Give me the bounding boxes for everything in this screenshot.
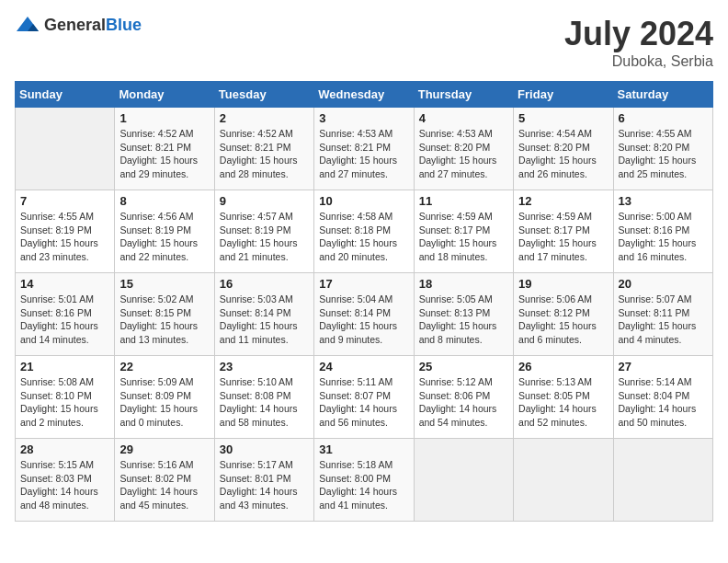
day-number: 12 bbox=[518, 194, 608, 208]
week-row-5: 28Sunrise: 5:15 AM Sunset: 8:03 PM Dayli… bbox=[16, 439, 713, 522]
day-number: 22 bbox=[119, 360, 209, 373]
day-number: 14 bbox=[20, 277, 109, 291]
day-info: Sunrise: 5:09 AM Sunset: 8:09 PM Dayligh… bbox=[119, 375, 209, 430]
calendar-cell: 11Sunrise: 4:59 AM Sunset: 8:17 PM Dayli… bbox=[414, 190, 513, 273]
calendar-cell: 2Sunrise: 4:52 AM Sunset: 8:21 PM Daylig… bbox=[214, 108, 313, 190]
day-info: Sunrise: 4:57 AM Sunset: 8:19 PM Dayligh… bbox=[220, 210, 309, 264]
calendar-cell: 16Sunrise: 5:03 AM Sunset: 8:14 PM Dayli… bbox=[214, 273, 313, 356]
calendar-cell: 23Sunrise: 5:10 AM Sunset: 8:08 PM Dayli… bbox=[214, 356, 313, 439]
calendar-cell: 22Sunrise: 5:09 AM Sunset: 8:09 PM Dayli… bbox=[115, 356, 214, 439]
calendar-cell: 9Sunrise: 4:57 AM Sunset: 8:19 PM Daylig… bbox=[214, 190, 313, 273]
day-number: 26 bbox=[518, 360, 608, 373]
day-info: Sunrise: 4:58 AM Sunset: 8:18 PM Dayligh… bbox=[319, 210, 408, 264]
day-number: 19 bbox=[518, 277, 608, 291]
day-info: Sunrise: 4:55 AM Sunset: 8:20 PM Dayligh… bbox=[619, 127, 708, 181]
day-info: Sunrise: 4:59 AM Sunset: 8:17 PM Dayligh… bbox=[518, 210, 608, 264]
week-row-1: 1Sunrise: 4:52 AM Sunset: 8:21 PM Daylig… bbox=[16, 108, 713, 190]
day-info: Sunrise: 5:02 AM Sunset: 8:15 PM Dayligh… bbox=[119, 293, 209, 347]
page-header: GeneralBlue July 2024 Duboka, Serbia bbox=[15, 15, 713, 70]
day-number: 11 bbox=[419, 194, 508, 208]
weekday-sunday: Sunday bbox=[16, 82, 115, 108]
calendar-cell: 13Sunrise: 5:00 AM Sunset: 8:16 PM Dayli… bbox=[613, 190, 712, 273]
day-number: 17 bbox=[319, 277, 408, 291]
calendar-cell: 14Sunrise: 5:01 AM Sunset: 8:16 PM Dayli… bbox=[16, 273, 115, 356]
day-info: Sunrise: 4:53 AM Sunset: 8:20 PM Dayligh… bbox=[419, 127, 508, 181]
calendar-cell: 10Sunrise: 4:58 AM Sunset: 8:18 PM Dayli… bbox=[314, 190, 414, 273]
day-info: Sunrise: 5:16 AM Sunset: 8:02 PM Dayligh… bbox=[119, 458, 209, 512]
day-info: Sunrise: 4:52 AM Sunset: 8:21 PM Dayligh… bbox=[119, 127, 209, 181]
day-number: 18 bbox=[419, 277, 508, 291]
weekday-tuesday: Tuesday bbox=[214, 82, 313, 108]
day-number: 20 bbox=[619, 277, 708, 291]
day-info: Sunrise: 4:55 AM Sunset: 8:19 PM Dayligh… bbox=[20, 210, 109, 264]
calendar-cell: 30Sunrise: 5:17 AM Sunset: 8:01 PM Dayli… bbox=[214, 439, 313, 522]
logo: GeneralBlue bbox=[15, 15, 142, 35]
calendar-cell bbox=[514, 439, 613, 522]
day-number: 31 bbox=[319, 442, 408, 456]
calendar-cell: 31Sunrise: 5:18 AM Sunset: 8:00 PM Dayli… bbox=[314, 439, 414, 522]
month-year: July 2024 bbox=[564, 15, 713, 53]
day-info: Sunrise: 5:05 AM Sunset: 8:13 PM Dayligh… bbox=[419, 293, 508, 347]
day-number: 13 bbox=[619, 194, 708, 208]
day-info: Sunrise: 5:12 AM Sunset: 8:06 PM Dayligh… bbox=[419, 375, 508, 430]
day-info: Sunrise: 5:01 AM Sunset: 8:16 PM Dayligh… bbox=[20, 293, 109, 347]
calendar-cell: 19Sunrise: 5:06 AM Sunset: 8:12 PM Dayli… bbox=[514, 273, 613, 356]
day-number: 29 bbox=[119, 442, 209, 456]
calendar-cell: 25Sunrise: 5:12 AM Sunset: 8:06 PM Dayli… bbox=[414, 356, 513, 439]
weekday-saturday: Saturday bbox=[613, 82, 712, 108]
day-info: Sunrise: 4:56 AM Sunset: 8:19 PM Dayligh… bbox=[119, 210, 209, 264]
day-number: 8 bbox=[119, 194, 209, 208]
week-row-2: 7Sunrise: 4:55 AM Sunset: 8:19 PM Daylig… bbox=[16, 190, 713, 273]
calendar-cell: 29Sunrise: 5:16 AM Sunset: 8:02 PM Dayli… bbox=[115, 439, 214, 522]
day-number: 3 bbox=[319, 111, 408, 125]
day-info: Sunrise: 5:08 AM Sunset: 8:10 PM Dayligh… bbox=[20, 375, 109, 430]
day-number: 15 bbox=[119, 277, 209, 291]
day-info: Sunrise: 5:04 AM Sunset: 8:14 PM Dayligh… bbox=[319, 293, 408, 347]
calendar-cell: 8Sunrise: 4:56 AM Sunset: 8:19 PM Daylig… bbox=[115, 190, 214, 273]
day-info: Sunrise: 5:13 AM Sunset: 8:05 PM Dayligh… bbox=[518, 375, 608, 430]
day-info: Sunrise: 5:10 AM Sunset: 8:08 PM Dayligh… bbox=[220, 375, 309, 430]
day-info: Sunrise: 5:11 AM Sunset: 8:07 PM Dayligh… bbox=[319, 375, 408, 430]
day-info: Sunrise: 5:03 AM Sunset: 8:14 PM Dayligh… bbox=[220, 293, 309, 347]
day-info: Sunrise: 4:52 AM Sunset: 8:21 PM Dayligh… bbox=[220, 127, 309, 181]
calendar-cell: 17Sunrise: 5:04 AM Sunset: 8:14 PM Dayli… bbox=[314, 273, 414, 356]
logo-blue: Blue bbox=[106, 16, 142, 34]
calendar-cell: 18Sunrise: 5:05 AM Sunset: 8:13 PM Dayli… bbox=[414, 273, 513, 356]
day-number: 25 bbox=[419, 360, 508, 373]
day-info: Sunrise: 5:00 AM Sunset: 8:16 PM Dayligh… bbox=[619, 210, 708, 264]
day-number: 2 bbox=[220, 111, 309, 125]
day-info: Sunrise: 4:59 AM Sunset: 8:17 PM Dayligh… bbox=[419, 210, 508, 264]
calendar-cell: 20Sunrise: 5:07 AM Sunset: 8:11 PM Dayli… bbox=[613, 273, 712, 356]
day-info: Sunrise: 4:54 AM Sunset: 8:20 PM Dayligh… bbox=[518, 127, 608, 181]
day-number: 27 bbox=[619, 360, 708, 373]
day-number: 6 bbox=[619, 111, 708, 125]
calendar-cell: 5Sunrise: 4:54 AM Sunset: 8:20 PM Daylig… bbox=[514, 108, 613, 190]
day-info: Sunrise: 5:14 AM Sunset: 8:04 PM Dayligh… bbox=[619, 375, 708, 430]
calendar-cell: 24Sunrise: 5:11 AM Sunset: 8:07 PM Dayli… bbox=[314, 356, 414, 439]
day-number: 4 bbox=[419, 111, 508, 125]
day-info: Sunrise: 5:18 AM Sunset: 8:00 PM Dayligh… bbox=[319, 458, 408, 512]
day-info: Sunrise: 5:07 AM Sunset: 8:11 PM Dayligh… bbox=[619, 293, 708, 347]
day-number: 10 bbox=[319, 194, 408, 208]
day-number: 28 bbox=[20, 442, 109, 456]
weekday-header-row: SundayMondayTuesdayWednesdayThursdayFrid… bbox=[16, 82, 713, 108]
calendar-cell: 21Sunrise: 5:08 AM Sunset: 8:10 PM Dayli… bbox=[16, 356, 115, 439]
calendar-cell bbox=[613, 439, 712, 522]
calendar-cell: 4Sunrise: 4:53 AM Sunset: 8:20 PM Daylig… bbox=[414, 108, 513, 190]
day-number: 23 bbox=[220, 360, 309, 373]
day-number: 9 bbox=[220, 194, 309, 208]
calendar-cell: 26Sunrise: 5:13 AM Sunset: 8:05 PM Dayli… bbox=[514, 356, 613, 439]
weekday-monday: Monday bbox=[115, 82, 214, 108]
location: Duboka, Serbia bbox=[564, 53, 713, 70]
calendar-cell: 7Sunrise: 4:55 AM Sunset: 8:19 PM Daylig… bbox=[16, 190, 115, 273]
logo-general: General bbox=[44, 16, 106, 34]
logo-icon bbox=[15, 15, 40, 35]
week-row-4: 21Sunrise: 5:08 AM Sunset: 8:10 PM Dayli… bbox=[16, 356, 713, 439]
day-number: 1 bbox=[119, 111, 209, 125]
weekday-friday: Friday bbox=[514, 82, 613, 108]
day-number: 7 bbox=[20, 194, 109, 208]
calendar-body: 1Sunrise: 4:52 AM Sunset: 8:21 PM Daylig… bbox=[16, 108, 713, 522]
title-block: July 2024 Duboka, Serbia bbox=[564, 15, 713, 70]
day-number: 21 bbox=[20, 360, 109, 373]
day-number: 24 bbox=[319, 360, 408, 373]
